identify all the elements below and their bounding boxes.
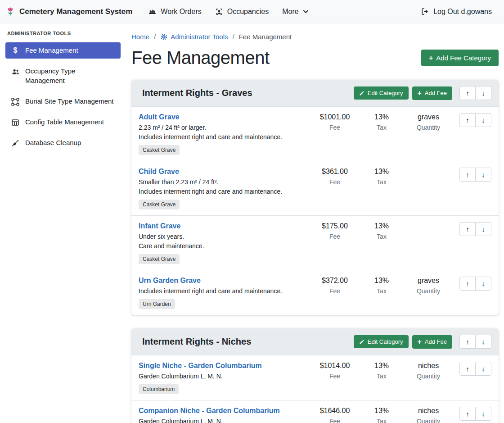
fee-move-down-button[interactable]: ↓	[475, 168, 491, 182]
category-move-down-button[interactable]: ↓	[475, 86, 491, 100]
arrow-down-icon: ↓	[482, 225, 485, 233]
fee-move-down-button[interactable]: ↓	[475, 277, 491, 291]
sidebar-item-database-cleanup[interactable]: Database Cleanup	[5, 135, 121, 151]
sidebar-item-config-table-management[interactable]: Config Table Management	[5, 114, 121, 130]
edit-category-label: Edit Category	[368, 90, 403, 96]
fee-move-up-button[interactable]: ↑	[459, 113, 476, 127]
fee-type-badge: Urn Garden	[139, 299, 175, 309]
add-fee-label: Add Fee	[425, 90, 447, 96]
fee-quantity-value: graves	[405, 277, 452, 285]
fee-move-down-button[interactable]: ↓	[475, 362, 491, 376]
category-fee-list: Single Niche - Garden ColumbariumGarden …	[131, 355, 499, 423]
fee-row: Adult Grave2.23 m² / 24 ft² or larger.In…	[131, 106, 499, 161]
pencil-icon	[359, 339, 364, 345]
top-navbar: Cemetery Management System Work Orders O…	[0, 0, 504, 23]
fee-quantity-value: niches	[405, 362, 452, 370]
fee-move-down-button[interactable]: ↓	[475, 222, 491, 236]
fee-amount-value: $1014.00	[311, 362, 358, 370]
category-reorder: ↑↓	[459, 86, 491, 100]
edit-category-button[interactable]: Edit Category	[354, 335, 409, 348]
nav-work-orders[interactable]: Work Orders	[141, 0, 208, 23]
fee-name-link[interactable]: Adult Grave	[139, 113, 180, 121]
nav-work-orders-label: Work Orders	[161, 8, 201, 16]
fee-description: Includes interment right and care and ma…	[139, 188, 308, 195]
breadcrumb-separator: /	[232, 33, 234, 41]
category-reorder: ↑↓	[459, 335, 491, 349]
arrow-down-icon: ↓	[482, 116, 485, 124]
fee-description: Garden Columbarium L, M, N.	[139, 373, 308, 380]
dollar-icon: $	[11, 47, 20, 54]
breadcrumb-admin-link[interactable]: Administrator Tools	[160, 33, 228, 41]
fee-tax-value: 13%	[358, 168, 405, 176]
arrow-down-icon: ↓	[482, 410, 485, 418]
fee-name-link[interactable]: Companion Niche - Garden Columbarium	[139, 407, 280, 415]
nav-occupancies[interactable]: Occupancies	[208, 0, 276, 23]
fee-tax-column: 13%Tax	[358, 277, 405, 295]
fee-reorder-controls: ↑↓	[459, 113, 491, 127]
chevron-down-icon	[303, 9, 309, 14]
arrow-down-icon: ↓	[482, 365, 485, 373]
add-fee-label: Add Fee	[425, 338, 447, 345]
category-fee-list: Adult Grave2.23 m² / 24 ft² or larger.In…	[131, 106, 499, 315]
fee-tax-column: 13%Tax	[358, 168, 405, 186]
fee-amount-column: $361.00Fee	[311, 168, 358, 186]
breadcrumb: Home / Administrator Tools / Fee Managem…	[131, 33, 499, 41]
fee-tax-value: 13%	[358, 222, 405, 230]
fee-tax-column: 13%Tax	[358, 407, 405, 423]
fee-amount-label: Fee	[311, 178, 358, 186]
fee-info: Infant GraveUnder six years.Care and mai…	[139, 222, 311, 264]
fee-name-link[interactable]: Single Niche - Garden Columbarium	[139, 362, 262, 370]
fee-name-link[interactable]: Urn Garden Grave	[139, 277, 201, 285]
plus-icon: +	[418, 338, 422, 346]
fee-info: Single Niche - Garden ColumbariumGarden …	[139, 362, 311, 394]
fee-reorder-controls: ↑↓	[459, 407, 491, 421]
sidebar-item-fee-management[interactable]: $Fee Management	[5, 42, 121, 59]
nav-more-label: More	[282, 8, 298, 16]
category-move-up-button[interactable]: ↑	[459, 335, 476, 349]
sidebar-item-label: Occupancy Type Management	[25, 67, 115, 85]
logout-link[interactable]: Log Out d.gowans	[414, 0, 499, 23]
fee-move-up-button[interactable]: ↑	[459, 168, 476, 182]
fee-quantity-label: Quantity	[405, 418, 452, 423]
fee-amount-column: $1646.00Fee	[311, 407, 358, 423]
fee-quantity-column: gravesQuantity	[405, 277, 452, 295]
add-fee-button[interactable]: +Add Fee	[412, 335, 453, 349]
fee-tax-column: 13%Tax	[358, 222, 405, 240]
nav-more[interactable]: More	[275, 0, 315, 23]
category-move-up-button[interactable]: ↑	[459, 86, 476, 100]
fee-quantity-column: gravesQuantity	[405, 113, 452, 131]
edit-category-button[interactable]: Edit Category	[354, 86, 409, 100]
fee-move-down-button[interactable]: ↓	[475, 407, 491, 421]
fee-name-link[interactable]: Infant Grave	[139, 222, 180, 230]
fee-info: Urn Garden GraveIncludes interment right…	[139, 277, 311, 309]
fee-amount-value: $1001.00	[311, 113, 358, 121]
fee-name-link[interactable]: Child Grave	[139, 168, 179, 176]
breadcrumb-home-link[interactable]: Home	[131, 33, 149, 41]
nav-occupancies-label: Occupancies	[227, 8, 269, 16]
add-fee-button[interactable]: +Add Fee	[412, 86, 453, 100]
fee-row: Child GraveSmaller than 2.23 m² / 24 ft²…	[131, 161, 499, 215]
table-icon	[11, 118, 20, 127]
category-move-down-button[interactable]: ↓	[475, 335, 491, 349]
fee-tax-label: Tax	[358, 178, 405, 186]
fee-move-down-button[interactable]: ↓	[475, 113, 491, 127]
fee-reorder-controls: ↑↓	[459, 222, 491, 236]
vector-square-icon	[11, 98, 20, 106]
fee-amount-column: $1001.00Fee	[311, 113, 358, 131]
tulip-logo-icon	[5, 7, 15, 17]
fee-quantity-label: Quantity	[405, 373, 452, 380]
fee-amount-value: $175.00	[311, 222, 358, 230]
fee-description: Care and maintenance.	[139, 242, 308, 250]
sidebar-item-label: Burial Site Type Management	[25, 97, 114, 106]
fee-amount-column: $372.00Fee	[311, 277, 358, 295]
fee-move-up-button[interactable]: ↑	[459, 222, 476, 236]
sidebar-item-burial-site-type-management[interactable]: Burial Site Type Management	[5, 93, 121, 109]
add-fee-category-button[interactable]: + Add Fee Category	[421, 50, 499, 66]
sidebar-item-occupancy-type-management[interactable]: Occupancy Type Management	[5, 63, 121, 89]
fee-move-up-button[interactable]: ↑	[459, 407, 476, 421]
pencil-icon	[359, 91, 364, 96]
fee-reorder-controls: ↑↓	[459, 362, 491, 376]
fee-move-up-button[interactable]: ↑	[459, 362, 476, 376]
fee-move-up-button[interactable]: ↑	[459, 277, 476, 291]
app-brand: Cemetery Management System	[5, 7, 132, 17]
